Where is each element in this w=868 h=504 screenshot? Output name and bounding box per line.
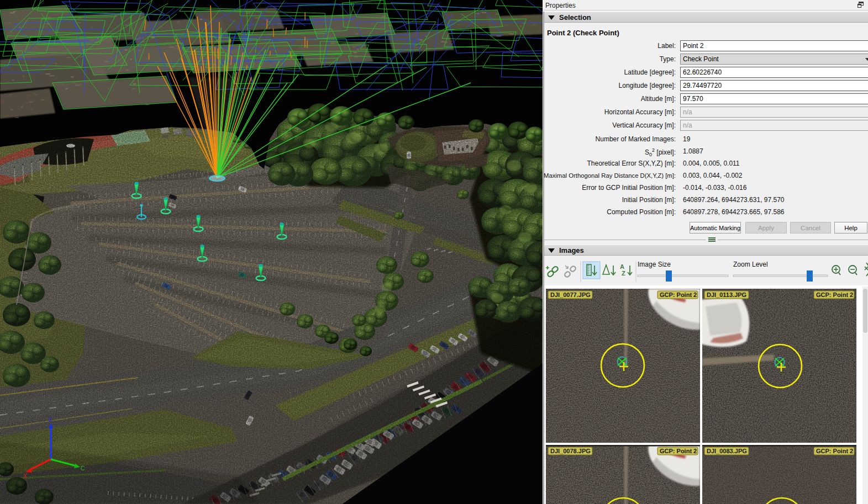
svg-text:DJI_0083.JPG: DJI_0083.JPG (707, 448, 747, 454)
svg-text:C: C (81, 465, 85, 471)
svg-text:Z: Z (622, 270, 625, 277)
svg-text:Image Size: Image Size (638, 261, 671, 268)
svg-text:GCP: Point 2: GCP: Point 2 (816, 448, 853, 454)
svg-text:X: X (23, 473, 27, 479)
svg-text:Zoom Level: Zoom Level (733, 261, 768, 268)
svg-text:DJI_0113.JPG: DJI_0113.JPG (707, 291, 746, 298)
svg-text:GCP: Point 2: GCP: Point 2 (660, 448, 697, 454)
svg-text:GCP: Point 2: GCP: Point 2 (816, 291, 853, 298)
svg-text:A: A (620, 263, 624, 270)
svg-text:GCP: Point 2: GCP: Point 2 (660, 291, 697, 298)
svg-text:DJI_0078.JPG: DJI_0078.JPG (550, 448, 591, 454)
svg-text:DJI_0077.JPG: DJI_0077.JPG (550, 291, 591, 298)
svg-text:Z: Z (49, 417, 52, 423)
